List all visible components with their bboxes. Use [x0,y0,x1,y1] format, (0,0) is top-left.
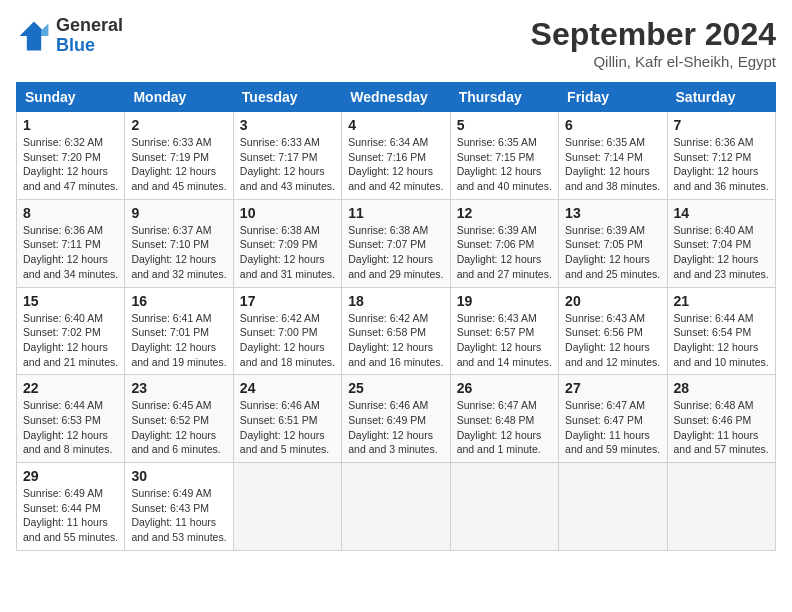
day-info: Sunrise: 6:48 AM Sunset: 6:46 PM Dayligh… [674,398,769,457]
table-row [233,463,341,551]
day-number: 9 [131,205,226,221]
table-row: 18 Sunrise: 6:42 AM Sunset: 6:58 PM Dayl… [342,287,450,375]
daylight-header: Daylight: 12 hours [674,341,759,353]
daylight-detail: and and 25 minutes. [565,268,660,280]
daylight-detail: and and 10 minutes. [674,356,769,368]
sunset-label: Sunset: 7:12 PM [674,151,752,163]
day-info: Sunrise: 6:42 AM Sunset: 6:58 PM Dayligh… [348,311,443,370]
daylight-header: Daylight: 12 hours [565,253,650,265]
day-info: Sunrise: 6:47 AM Sunset: 6:48 PM Dayligh… [457,398,552,457]
sunrise-label: Sunrise: 6:35 AM [457,136,537,148]
svg-marker-1 [41,23,48,36]
sunrise-label: Sunrise: 6:32 AM [23,136,103,148]
daylight-detail: and and 6 minutes. [131,443,220,455]
day-number: 29 [23,468,118,484]
col-tuesday: Tuesday [233,83,341,112]
day-info: Sunrise: 6:37 AM Sunset: 7:10 PM Dayligh… [131,223,226,282]
daylight-detail: and and 3 minutes. [348,443,437,455]
sunrise-label: Sunrise: 6:35 AM [565,136,645,148]
day-info: Sunrise: 6:46 AM Sunset: 6:49 PM Dayligh… [348,398,443,457]
sunset-label: Sunset: 7:00 PM [240,326,318,338]
day-number: 30 [131,468,226,484]
daylight-detail: and and 53 minutes. [131,531,226,543]
sunset-label: Sunset: 6:47 PM [565,414,643,426]
daylight-detail: and and 12 minutes. [565,356,660,368]
sunrise-label: Sunrise: 6:33 AM [240,136,320,148]
sunrise-label: Sunrise: 6:49 AM [23,487,103,499]
daylight-header: Daylight: 12 hours [457,165,542,177]
daylight-detail: and and 38 minutes. [565,180,660,192]
table-row: 15 Sunrise: 6:40 AM Sunset: 7:02 PM Dayl… [17,287,125,375]
sunrise-label: Sunrise: 6:40 AM [23,312,103,324]
sunrise-label: Sunrise: 6:41 AM [131,312,211,324]
day-number: 3 [240,117,335,133]
day-info: Sunrise: 6:40 AM Sunset: 7:04 PM Dayligh… [674,223,769,282]
day-info: Sunrise: 6:42 AM Sunset: 7:00 PM Dayligh… [240,311,335,370]
table-row: 13 Sunrise: 6:39 AM Sunset: 7:05 PM Dayl… [559,199,667,287]
sunset-label: Sunset: 7:20 PM [23,151,101,163]
day-info: Sunrise: 6:39 AM Sunset: 7:06 PM Dayligh… [457,223,552,282]
logo-general-text: General [56,16,123,36]
sunrise-label: Sunrise: 6:47 AM [457,399,537,411]
sunset-label: Sunset: 6:54 PM [674,326,752,338]
daylight-detail: and and 57 minutes. [674,443,769,455]
day-number: 15 [23,293,118,309]
day-number: 27 [565,380,660,396]
day-info: Sunrise: 6:49 AM Sunset: 6:43 PM Dayligh… [131,486,226,545]
sunset-label: Sunset: 7:07 PM [348,238,426,250]
daylight-header: Daylight: 11 hours [131,516,216,528]
day-number: 8 [23,205,118,221]
day-number: 4 [348,117,443,133]
day-info: Sunrise: 6:41 AM Sunset: 7:01 PM Dayligh… [131,311,226,370]
table-row: 6 Sunrise: 6:35 AM Sunset: 7:14 PM Dayli… [559,112,667,200]
sunrise-label: Sunrise: 6:38 AM [348,224,428,236]
daylight-header: Daylight: 12 hours [23,341,108,353]
day-number: 17 [240,293,335,309]
table-row: 30 Sunrise: 6:49 AM Sunset: 6:43 PM Dayl… [125,463,233,551]
sunrise-label: Sunrise: 6:44 AM [674,312,754,324]
sunrise-label: Sunrise: 6:46 AM [240,399,320,411]
daylight-header: Daylight: 12 hours [131,429,216,441]
col-sunday: Sunday [17,83,125,112]
daylight-header: Daylight: 12 hours [131,165,216,177]
daylight-header: Daylight: 12 hours [674,165,759,177]
daylight-detail: and and 14 minutes. [457,356,552,368]
day-info: Sunrise: 6:38 AM Sunset: 7:07 PM Dayligh… [348,223,443,282]
day-number: 12 [457,205,552,221]
daylight-header: Daylight: 12 hours [457,429,542,441]
sunset-label: Sunset: 6:56 PM [565,326,643,338]
sunset-label: Sunset: 6:44 PM [23,502,101,514]
col-thursday: Thursday [450,83,558,112]
calendar-week-row: 8 Sunrise: 6:36 AM Sunset: 7:11 PM Dayli… [17,199,776,287]
calendar-week-row: 15 Sunrise: 6:40 AM Sunset: 7:02 PM Dayl… [17,287,776,375]
day-number: 11 [348,205,443,221]
sunrise-label: Sunrise: 6:34 AM [348,136,428,148]
table-row: 25 Sunrise: 6:46 AM Sunset: 6:49 PM Dayl… [342,375,450,463]
daylight-detail: and and 36 minutes. [674,180,769,192]
sunrise-label: Sunrise: 6:36 AM [674,136,754,148]
daylight-detail: and and 45 minutes. [131,180,226,192]
day-info: Sunrise: 6:46 AM Sunset: 6:51 PM Dayligh… [240,398,335,457]
daylight-header: Daylight: 12 hours [348,165,433,177]
daylight-header: Daylight: 12 hours [23,253,108,265]
day-number: 28 [674,380,769,396]
day-info: Sunrise: 6:32 AM Sunset: 7:20 PM Dayligh… [23,135,118,194]
day-number: 16 [131,293,226,309]
daylight-detail: and and 8 minutes. [23,443,112,455]
table-row: 19 Sunrise: 6:43 AM Sunset: 6:57 PM Dayl… [450,287,558,375]
daylight-detail: and and 47 minutes. [23,180,118,192]
table-row: 29 Sunrise: 6:49 AM Sunset: 6:44 PM Dayl… [17,463,125,551]
day-number: 20 [565,293,660,309]
month-year: September 2024 [531,16,776,53]
sunset-label: Sunset: 6:53 PM [23,414,101,426]
daylight-header: Daylight: 12 hours [348,253,433,265]
day-info: Sunrise: 6:33 AM Sunset: 7:19 PM Dayligh… [131,135,226,194]
day-number: 5 [457,117,552,133]
col-friday: Friday [559,83,667,112]
daylight-detail: and and 27 minutes. [457,268,552,280]
daylight-detail: and and 1 minute. [457,443,541,455]
day-number: 19 [457,293,552,309]
day-number: 24 [240,380,335,396]
day-info: Sunrise: 6:49 AM Sunset: 6:44 PM Dayligh… [23,486,118,545]
logo-icon [16,18,52,54]
